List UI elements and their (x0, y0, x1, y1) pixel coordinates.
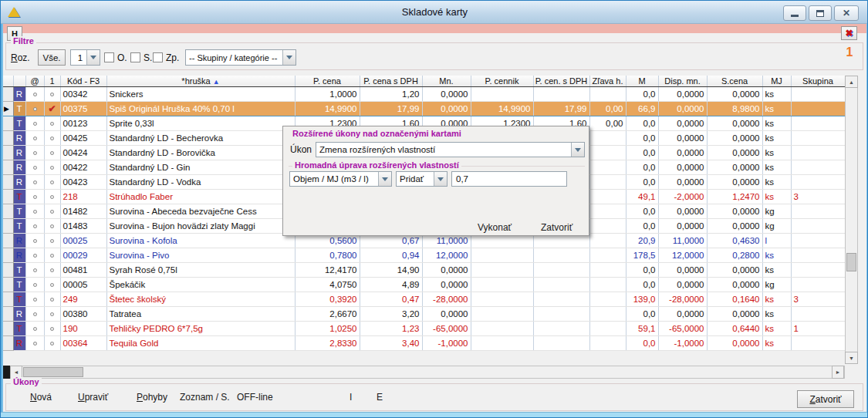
cell-attachment[interactable] (25, 204, 44, 218)
cell-zlava[interactable] (589, 335, 626, 350)
cell-s-cena[interactable]: 0,0000 (707, 160, 762, 174)
cell-type[interactable]: T (13, 101, 25, 116)
cell-m[interactable]: 0,0 (626, 145, 658, 160)
cell-zlava[interactable] (589, 204, 626, 218)
cell-skupina[interactable] (791, 218, 845, 233)
cell-type[interactable]: R (13, 130, 25, 145)
cell-name[interactable]: Standardný LD - Vodka (106, 174, 295, 189)
cell-kod[interactable]: 00423 (60, 174, 106, 189)
cell-s-cena[interactable]: 0,0000 (707, 218, 762, 233)
cell-m[interactable]: 178,5 (626, 248, 658, 262)
cell-disp[interactable]: 0,0000 (658, 160, 707, 174)
import-button[interactable]: I (350, 392, 352, 403)
cell-attachment[interactable] (25, 145, 44, 160)
cell-name[interactable]: Surovina - Pivo (106, 248, 295, 262)
cell-p-cena[interactable]: 2,6670 (295, 306, 360, 321)
row-selector[interactable] (3, 130, 13, 145)
cell-kod[interactable]: 01482 (60, 204, 106, 218)
cell-zlava[interactable] (589, 306, 626, 321)
col-s-cena[interactable]: S.cena (707, 76, 762, 86)
cell-s-cena[interactable]: 0,1640 (707, 292, 762, 306)
cell-s-cena[interactable]: 0,4630 (707, 233, 762, 248)
cell-mj[interactable]: kg (762, 277, 791, 292)
col-p-cena-dph[interactable]: P. cena s DPH (360, 76, 422, 86)
horizontal-scroll-thumb[interactable] (23, 367, 83, 377)
cell-check[interactable] (44, 321, 60, 335)
cell-kod[interactable]: 00425 (60, 130, 106, 145)
cell-mj[interactable]: ks (762, 306, 791, 321)
row-selector[interactable] (3, 204, 13, 218)
cell-disp[interactable]: 0,0000 (658, 262, 707, 277)
cell-disp[interactable]: 0,0000 (658, 86, 707, 101)
cell-mn[interactable]: -65,0000 (422, 321, 471, 335)
col-zlava[interactable]: Zľava h. (589, 76, 626, 86)
cell-kod[interactable]: 00123 (60, 116, 106, 130)
cell-p-cennik[interactable]: 14,9900 (471, 101, 533, 116)
cell-mj[interactable]: ks (762, 116, 791, 130)
cell-attachment[interactable] (25, 189, 44, 204)
cell-skupina[interactable] (791, 248, 845, 262)
cell-p-cena-dph[interactable]: 0,47 (360, 292, 422, 306)
cell-m[interactable]: 0,0 (626, 204, 658, 218)
col-disp[interactable]: Disp. mn. (658, 76, 707, 86)
cell-p-cen-dph[interactable] (533, 86, 589, 101)
cell-mj[interactable]: ks (762, 321, 791, 335)
cell-attachment[interactable] (25, 116, 44, 130)
cell-name[interactable]: Spiš Originál Hruška 40% 0,70 l (106, 101, 295, 116)
value-input[interactable]: 0,7 (451, 171, 567, 187)
cell-kod[interactable]: 00005 (60, 277, 106, 292)
cell-p-cena-dph[interactable]: 1,23 (360, 321, 422, 335)
edit-button[interactable]: Upraviť (78, 392, 108, 403)
cell-zlava[interactable]: 0,00 (589, 116, 626, 130)
cell-zlava[interactable] (589, 145, 626, 160)
cell-mj[interactable]: ks (762, 160, 791, 174)
cell-kod[interactable]: 00025 (60, 233, 106, 248)
cell-disp[interactable]: -1,0000 (658, 335, 707, 350)
checkbox-s[interactable] (130, 52, 140, 62)
row-selector[interactable] (3, 277, 13, 292)
cell-p-cena-dph[interactable]: 4,89 (360, 277, 422, 292)
cell-name[interactable]: Surovina - Kofola (106, 233, 295, 248)
cell-p-cena[interactable]: 0,3920 (295, 292, 360, 306)
checkbox-zp[interactable] (153, 52, 163, 62)
col-type[interactable] (13, 76, 25, 86)
cell-disp[interactable]: -2,0000 (658, 189, 707, 204)
cell-name[interactable]: Snickers (106, 86, 295, 101)
cell-m[interactable]: 0,0 (626, 174, 658, 189)
execute-button[interactable]: Vykonať (478, 222, 512, 233)
cell-s-cena[interactable]: 0,0000 (707, 86, 762, 101)
cell-m[interactable]: 0,0 (626, 262, 658, 277)
cell-kod[interactable]: 00029 (60, 248, 106, 262)
new-button[interactable]: Nová (30, 392, 52, 403)
scroll-up-button[interactable]: ▲ (845, 76, 858, 88)
cell-type[interactable]: R (13, 86, 25, 101)
cell-m[interactable]: 0,0 (626, 277, 658, 292)
cell-type[interactable]: R (13, 160, 25, 174)
cell-check[interactable] (44, 130, 60, 145)
cell-check[interactable] (44, 292, 60, 306)
cell-name[interactable]: Surovina - Abeceda bezvaječne Cess (106, 204, 295, 218)
cell-disp[interactable]: 0,0000 (658, 277, 707, 292)
splitter-handle[interactable] (3, 366, 10, 379)
cell-kod[interactable]: 249 (60, 292, 106, 306)
movements-button[interactable]: Pohyby (137, 392, 167, 403)
cell-check[interactable] (44, 204, 60, 218)
row-selector[interactable] (3, 292, 13, 306)
minimize-button[interactable] (783, 5, 806, 21)
cell-m[interactable]: 59,1 (626, 321, 658, 335)
cell-name[interactable]: Standardný LD - Borovička (106, 145, 295, 160)
cell-kod[interactable]: 00364 (60, 335, 106, 350)
cell-p-cena-dph[interactable]: 3,20 (360, 306, 422, 321)
horizontal-scrollbar[interactable] (3, 366, 845, 379)
vertical-scrollbar[interactable] (845, 76, 858, 364)
cell-name[interactable]: Strúhadlo Faber (106, 189, 295, 204)
col-p-cen-dph[interactable]: P. cen. s DPH (533, 76, 589, 86)
cell-attachment[interactable] (25, 292, 44, 306)
cell-check[interactable]: ✔ (44, 101, 60, 116)
cell-zlava[interactable] (589, 174, 626, 189)
cell-p-cennik[interactable] (471, 321, 533, 335)
cell-p-cen-dph[interactable] (533, 262, 589, 277)
cell-p-cennik[interactable] (471, 306, 533, 321)
title-bar[interactable]: Skladové karty ✕ (1, 1, 868, 24)
cell-type[interactable]: R (13, 145, 25, 160)
